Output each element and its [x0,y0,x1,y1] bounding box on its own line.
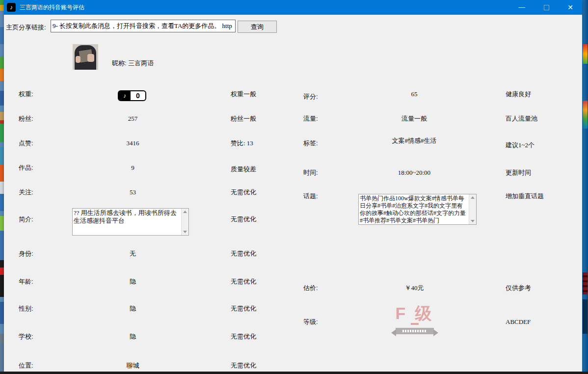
avatar [73,44,98,70]
window-title: 三言两语的抖音账号评估 [20,0,84,15]
row-label-time: 时间: [303,168,318,177]
row-label-identity: 身份: [19,249,33,258]
row-label-score: 评分: [303,92,318,101]
desktop-edge-left [0,0,4,374]
desktop-icon-fragment [583,101,588,129]
identity-status: 无需优化 [231,249,256,258]
grade-stamp-text: F 级 [378,304,452,322]
likes-value: 3416 [73,139,193,148]
scroll-down-icon[interactable] [471,220,475,222]
grade-stamp: F 级 [378,304,452,334]
grade-note: ABCDEF [506,318,531,326]
age-status: 无需优化 [231,277,256,286]
fans-status: 粉丝一般 [231,114,256,123]
topics-note: 增加垂直话题 [506,192,544,201]
school-value: 隐 [73,332,193,341]
row-label-valuation: 估价: [303,284,318,293]
fans-value: 257 [73,114,193,123]
bio-textarea[interactable]: ?? 用生活所感去读书，用读书所得去生活感谢抖音平台 [73,209,181,235]
row-label-following: 关注: [19,188,33,197]
scroll-up-icon[interactable] [471,196,475,199]
likes-status: 赞比: 13 [231,139,253,148]
row-label-fans: 粉丝: [19,114,33,123]
desktop-icon-fragment [583,299,588,334]
row-label-bio: 简介: [19,215,33,224]
taskbar-edge [0,372,588,374]
desktop-icon-fragment [583,272,588,294]
desktop-edge-right [582,0,588,374]
school-status: 无需优化 [231,332,256,341]
app-window: ♪ 三言两语的抖音账号评估 — ✕ 主页分享链接: 查询 昵称: 三言两语 权重… [4,0,582,372]
weight-status: 权重一般 [231,90,256,99]
row-label-grade: 等级: [303,318,318,326]
query-button[interactable]: 查询 [238,21,277,33]
titlebar[interactable]: ♪ 三言两语的抖音账号评估 — ✕ [4,0,582,15]
topics-textarea-wrap: 书单热门作品100w爆款文案#情感书单每日分享#书单#治愈系文字#我的文字里有你… [358,194,477,225]
row-label-works: 作品: [19,163,33,172]
maximize-button[interactable] [535,0,558,15]
works-status: 质量较差 [231,165,256,174]
tags-note: 建议1~2个 [506,141,535,150]
topics-scrollbar[interactable] [469,194,476,224]
row-label-gender: 性别: [19,304,33,313]
grade-stamp-ribbon [396,328,434,334]
weight-badge: ♪ 0 [118,90,146,101]
row-label-weight: 权重: [19,90,33,99]
row-label-tags: 标签: [303,139,318,148]
share-link-label: 主页分享链接: [6,23,46,32]
time-value: 18:00~20:00 [347,168,481,177]
ribbon-fine-print [402,330,427,332]
grade-stamp-underline [411,323,419,325]
row-label-traffic: 流量: [303,114,318,123]
following-status: 无需优化 [231,188,256,197]
works-value: 9 [73,163,193,172]
gender-value: 隐 [73,304,193,313]
bio-scrollbar[interactable] [181,209,188,235]
score-note: 健康良好 [506,90,531,99]
music-note-icon: ♪ [119,91,131,100]
nickname-label: 昵称: 三言两语 [112,59,154,68]
topics-textarea[interactable]: 书单热门作品100w爆款文案#情感书单每日分享#书单#治愈系文字#我的文字里有你… [359,194,469,224]
row-label-location: 位置: [19,361,33,370]
row-label-school: 学校: [19,332,33,341]
close-button[interactable]: ✕ [559,0,582,15]
valuation-note: 仅供参考 [506,284,531,293]
gender-status: 无需优化 [231,304,256,313]
row-label-age: 年龄: [19,277,33,286]
score-value: 65 [347,90,481,99]
traffic-note: 百人流量池 [506,114,537,123]
bio-textarea-wrap: ?? 用生活所感去读书，用读书所得去生活感谢抖音平台 [72,208,189,236]
following-value: 53 [73,188,193,197]
share-link-input[interactable] [51,20,236,32]
app-music-note-icon: ♪ [7,3,16,12]
weight-value: 0 [131,91,145,100]
identity-value: 无 [73,249,193,258]
traffic-value: 流量一般 [347,114,481,123]
age-value: 隐 [73,277,193,286]
tags-value: 文案#情感#生活 [347,136,481,145]
bio-status: 无需优化 [231,215,256,224]
scroll-down-icon[interactable] [183,231,187,233]
valuation-value: ￥40元 [347,284,481,293]
row-label-likes: 点赞: [19,139,33,148]
minimize-button[interactable]: — [510,0,533,15]
location-status: 无需优化 [231,361,256,370]
maximize-icon [544,5,549,10]
location-value: 聊城 [73,361,193,370]
time-note: 更新时间 [506,168,531,177]
row-label-topics: 话题: [303,192,318,201]
scroll-up-icon[interactable] [183,211,187,213]
desktop-icon-fragment [583,44,588,64]
